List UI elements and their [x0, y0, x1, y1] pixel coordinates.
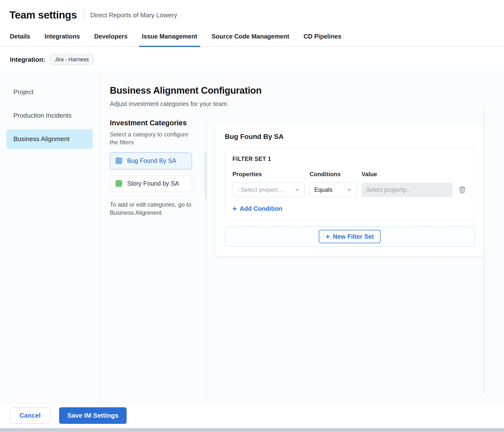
sidenav-item-production-incidents[interactable]: Production Incidents — [6, 106, 93, 125]
new-filter-set-button[interactable]: + New Filter Set — [319, 230, 381, 243]
filter-card-title: Bug Found By SA — [225, 133, 475, 141]
tab-integrations[interactable]: Integrations — [45, 33, 80, 46]
filter-config-card: Bug Found By SA FILTER SET 1 Properties … — [215, 124, 484, 256]
main-panel: Business Alignment Configuration Adjust … — [99, 72, 504, 403]
filter-panel-column: Bug Found By SA FILTER SET 1 Properties … — [207, 119, 504, 403]
section-title: Business Alignment Configuration — [110, 85, 504, 96]
tab-details[interactable]: Details — [10, 33, 30, 46]
property-select-placeholder: - Select propert... — [237, 186, 283, 193]
page-title: Team settings — [9, 9, 77, 21]
plus-icon: + — [326, 233, 330, 240]
investment-categories-hint: Select a category to configure the filte… — [110, 130, 196, 147]
delete-condition-button[interactable] — [458, 186, 466, 194]
plus-icon: + — [232, 205, 237, 212]
chevron-down-icon — [295, 187, 300, 193]
column-divider — [207, 119, 207, 403]
sidenav-item-business-alignment[interactable]: Business Alignment — [6, 129, 93, 149]
properties-column-header: Properties — [232, 171, 305, 178]
tab-issue-management[interactable]: Issue Management — [142, 33, 197, 46]
section-subtitle: Adjust investment categories for your te… — [110, 100, 504, 108]
categories-footnote: To add or edit categories, go to Busines… — [110, 200, 191, 217]
value-input[interactable] — [362, 183, 453, 197]
chevron-down-icon — [346, 187, 352, 193]
page-header: Team settings Direct Reports of Mary Low… — [0, 0, 504, 28]
trash-icon — [458, 186, 466, 194]
integration-row: Integration: Jira - Harness — [0, 47, 504, 72]
filter-set-1: FILTER SET 1 Properties Conditions Value… — [225, 148, 475, 220]
new-filter-set-dropzone: + New Filter Set — [225, 226, 475, 247]
condition-select-value: Equals — [314, 186, 332, 193]
tab-cd-pipelines[interactable]: CD Pipelines — [304, 33, 342, 46]
panel-scrollbar[interactable] — [484, 108, 484, 394]
save-im-settings-button[interactable]: Save IM Settings — [59, 407, 127, 424]
category-story-found-by-sa[interactable]: Story Found by SA — [110, 175, 192, 192]
conditions-column-header: Conditions — [310, 171, 357, 178]
cancel-button[interactable]: Cancel — [10, 408, 50, 424]
integration-label: Integration: — [10, 56, 45, 64]
tab-source-code-management[interactable]: Source Code Management — [212, 33, 289, 46]
category-color-swatch — [115, 180, 122, 187]
value-column-header: Value — [362, 171, 453, 178]
footer-actions: Cancel Save IM Settings — [0, 403, 504, 428]
investment-categories-column: Investment Categories Select a category … — [110, 119, 202, 403]
condition-select[interactable]: Equals — [310, 183, 357, 197]
new-filter-set-label: New Filter Set — [333, 233, 374, 240]
settings-sidenav: Project Production Incidents Business Al… — [0, 72, 99, 403]
content-area: Project Production Incidents Business Al… — [0, 72, 504, 403]
settings-tabs: Details Integrations Developers Issue Ma… — [0, 28, 504, 47]
bottom-strip — [0, 428, 504, 432]
page-subtitle: Direct Reports of Mary Lowery — [90, 11, 177, 19]
property-select[interactable]: - Select propert... — [232, 183, 305, 197]
tab-developers[interactable]: Developers — [94, 33, 128, 46]
filter-set-title: FILTER SET 1 — [232, 156, 467, 162]
investment-categories-title: Investment Categories — [110, 119, 202, 127]
sidenav-item-project[interactable]: Project — [6, 82, 93, 102]
integration-chip[interactable]: Jira - Harness — [50, 54, 94, 65]
category-color-swatch — [115, 157, 122, 164]
category-label: Bug Found By SA — [127, 157, 176, 164]
category-bug-found-by-sa[interactable]: Bug Found By SA — [110, 152, 192, 169]
add-condition-button[interactable]: + Add Condition — [232, 205, 282, 212]
title-divider — [83, 10, 84, 21]
add-condition-label: Add Condition — [240, 205, 282, 212]
category-label: Story Found by SA — [127, 180, 179, 187]
category-scrollbar-thumb[interactable] — [205, 151, 206, 198]
